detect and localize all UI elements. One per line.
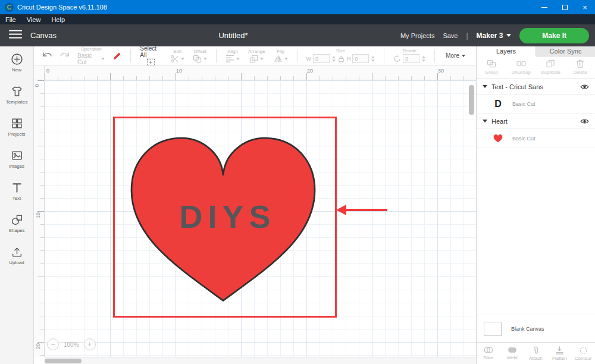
image-icon <box>11 149 23 162</box>
eye-icon[interactable] <box>580 84 589 90</box>
menu-help[interactable]: Help <box>46 14 70 24</box>
vertical-scroll-thumb[interactable] <box>469 85 474 115</box>
collapse-caret-icon[interactable] <box>483 120 487 123</box>
design-text[interactable]: DIYS <box>115 198 335 235</box>
maximize-button[interactable] <box>555 0 575 14</box>
tab-layers[interactable]: Layers <box>477 46 536 57</box>
flip-dropdown[interactable]: Flip <box>274 49 288 63</box>
menubar: File View Help <box>0 14 595 24</box>
duplicate-icon <box>546 59 555 68</box>
horizontal-scroll-thumb[interactable] <box>45 359 82 363</box>
ruler-corner <box>34 65 45 80</box>
width-input[interactable]: 0 <box>313 54 330 63</box>
trash-icon <box>575 59 585 68</box>
contour-button[interactable]: Contour <box>571 346 595 361</box>
close-button[interactable]: × <box>575 0 595 14</box>
sidebar-item-label: Templates <box>6 99 27 105</box>
step-down-icon <box>422 59 425 62</box>
width-stepper[interactable] <box>332 56 336 62</box>
tab-color-sync[interactable]: Color Sync <box>536 46 595 57</box>
redo-button[interactable] <box>60 51 70 60</box>
sidebar-item-new[interactable]: New <box>0 46 33 79</box>
chevron-down-icon <box>203 58 207 60</box>
my-projects-link[interactable]: My Projects <box>400 32 434 39</box>
select-all-button[interactable]: Select All <box>140 45 162 66</box>
rotate-stepper[interactable] <box>422 56 425 62</box>
offset-dropdown[interactable]: Offset <box>193 49 207 63</box>
pencil-icon <box>112 51 122 61</box>
lock-icon[interactable] <box>337 55 345 63</box>
step-up-icon <box>332 56 336 58</box>
height-stepper[interactable] <box>371 56 375 62</box>
more-dropdown[interactable]: More <box>446 52 465 59</box>
group-button[interactable]: Group <box>477 59 506 75</box>
attach-button[interactable]: Attach <box>524 346 548 361</box>
make-it-button[interactable]: Make It <box>519 28 589 43</box>
layer-item-heart[interactable]: Basic Cut <box>477 129 595 148</box>
layer-group-text[interactable]: Text - Cricut Sans <box>477 79 595 95</box>
offset-icon <box>193 55 202 63</box>
zoom-in-button[interactable]: + <box>84 338 96 350</box>
flatten-button[interactable]: Flatten <box>547 346 571 361</box>
operation-dropdown[interactable]: Operation Basic Cut <box>77 46 105 65</box>
annotation-arrow-icon <box>336 205 346 215</box>
text-icon <box>11 181 23 194</box>
eye-icon[interactable] <box>580 118 589 124</box>
step-down-icon <box>371 59 375 62</box>
undo-button[interactable] <box>42 51 52 60</box>
selection-bounding-box[interactable]: DIYS <box>113 117 337 318</box>
chevron-down-icon <box>260 58 264 60</box>
flip-label: Flip <box>277 49 284 54</box>
new-plus-icon <box>11 53 23 65</box>
menu-view[interactable]: View <box>21 14 46 24</box>
rotate-input[interactable]: 0 <box>403 54 419 63</box>
sidebar-item-shapes[interactable]: Shapes <box>0 207 33 239</box>
blank-canvas-row[interactable]: Blank Canvas <box>477 315 595 342</box>
chevron-down-icon <box>506 34 511 37</box>
weld-button[interactable]: Weld <box>500 346 524 360</box>
color-swatch-button[interactable] <box>112 51 122 61</box>
sidebar-item-projects[interactable]: Projects <box>0 111 33 143</box>
ungroup-button[interactable]: UnGroup <box>506 59 536 75</box>
slice-icon <box>484 346 493 354</box>
duplicate-button[interactable]: Duplicate <box>536 59 566 75</box>
minimize-button[interactable] <box>534 0 555 14</box>
sidebar-item-upload[interactable]: Upload <box>0 239 33 271</box>
sidebar-item-text[interactable]: Text <box>0 175 33 207</box>
layer-item-text[interactable]: D Basic Cut <box>477 95 595 114</box>
ruler-number: 30 <box>438 68 444 74</box>
ruler-number: 10 <box>35 212 41 218</box>
horizontal-scrollbar[interactable] <box>45 357 476 364</box>
hamburger-menu-icon[interactable] <box>9 30 22 41</box>
layer-group-heart[interactable]: Heart <box>477 114 595 129</box>
step-up-icon <box>422 56 425 58</box>
toolbar-divider <box>216 49 217 63</box>
chevron-down-icon <box>462 55 465 57</box>
slice-button[interactable]: Slice <box>477 346 500 360</box>
layer-group-name: Text - Cricut Sans <box>491 83 580 90</box>
sidebar-item-label: Upload <box>9 260 24 265</box>
ungroup-label: UnGroup <box>511 70 530 75</box>
collapse-caret-icon[interactable] <box>483 85 487 88</box>
design-canvas[interactable]: 0 10 20 30 0 10 20 DIYS − 100% + <box>34 65 476 364</box>
align-icon <box>226 55 234 62</box>
chevron-down-icon <box>236 58 240 60</box>
height-input[interactable]: 0 <box>352 54 369 63</box>
machine-selector[interactable]: Maker 3 <box>477 32 512 40</box>
delete-button[interactable]: Delete <box>565 59 595 75</box>
menu-file[interactable]: File <box>0 14 21 24</box>
arrange-dropdown[interactable]: Arrange <box>248 49 265 63</box>
sidebar-item-images[interactable]: Images <box>0 143 33 175</box>
save-link[interactable]: Save <box>443 32 458 39</box>
layer-operation-label: Basic Cut <box>512 136 536 142</box>
canvas-color-swatch[interactable] <box>484 322 502 336</box>
align-dropdown[interactable]: Align <box>226 49 240 62</box>
annotation-arrow-line <box>346 209 387 211</box>
attach-label: Attach <box>529 356 543 361</box>
edit-dropdown[interactable]: Edit <box>170 49 184 63</box>
sidebar-item-templates[interactable]: Templates <box>0 79 33 111</box>
zoom-out-button[interactable]: − <box>47 338 59 350</box>
sidebar-item-label: Shapes <box>8 228 24 233</box>
layer-operation-label: Basic Cut <box>512 101 536 107</box>
scissors-icon <box>170 55 179 63</box>
